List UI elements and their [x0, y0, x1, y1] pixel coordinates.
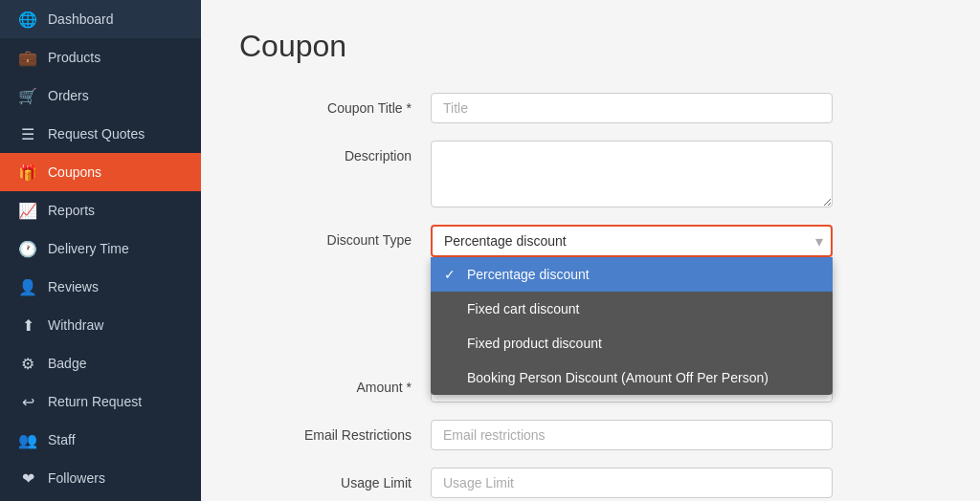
- discount-type-row: Discount Type Percentage discountFixed c…: [239, 225, 942, 257]
- dropdown-item-label: Booking Person Discount (Amount Off Per …: [467, 370, 768, 385]
- coupons-icon: 🎁: [19, 163, 36, 181]
- sidebar-item-label: Request Quotes: [48, 126, 145, 142]
- email-restrictions-row: Email Restrictions: [239, 420, 942, 450]
- sidebar-item-label: Return Request: [48, 394, 142, 409]
- sidebar-item-badge[interactable]: ⚙ Badge: [0, 344, 201, 382]
- orders-icon: 🛒: [19, 87, 36, 104]
- sidebar-item-label: Reviews: [48, 279, 99, 294]
- sidebar-item-booking[interactable]: 📅 Booking: [0, 497, 201, 501]
- reports-icon: 📈: [19, 202, 36, 219]
- select-container: Percentage discountFixed cart discountFi…: [431, 225, 833, 257]
- sidebar-item-reports[interactable]: 📈 Reports: [0, 191, 201, 229]
- sidebar-item-label: Products: [48, 50, 100, 65]
- discount-type-select[interactable]: Percentage discountFixed cart discountFi…: [431, 225, 833, 257]
- withdraw-icon: ⬆: [19, 316, 36, 334]
- sidebar-item-products[interactable]: 💼 Products: [0, 38, 201, 76]
- usage-limit-label: Usage Limit: [239, 468, 431, 490]
- delivery-time-icon: 🕐: [19, 240, 36, 257]
- dropdown-item-fixed-product[interactable]: Fixed product discount: [431, 326, 833, 360]
- page-title: Coupon: [239, 29, 942, 64]
- products-icon: 💼: [19, 49, 36, 66]
- dropdown-item-label: Fixed product discount: [467, 336, 602, 351]
- followers-icon: ❤: [19, 469, 36, 487]
- sidebar-item-reviews[interactable]: 👤 Reviews: [0, 268, 201, 306]
- sidebar-item-label: Reports: [48, 203, 95, 218]
- dropdown-item-percentage[interactable]: ✓ Percentage discount: [431, 257, 833, 292]
- request-quotes-icon: ☰: [19, 125, 36, 142]
- email-restrictions-label: Email Restrictions: [239, 420, 431, 443]
- sidebar-item-delivery-time[interactable]: 🕐 Delivery Time: [0, 229, 201, 268]
- sidebar-item-label: Followers: [48, 470, 105, 486]
- usage-limit-input[interactable]: [431, 468, 833, 498]
- discount-type-label: Discount Type: [239, 225, 431, 248]
- return-request-icon: ↩: [19, 393, 36, 410]
- sidebar-item-label: Dashboard: [48, 11, 114, 27]
- email-restrictions-input[interactable]: [431, 420, 833, 450]
- sidebar-item-request-quotes[interactable]: ☰ Request Quotes: [0, 115, 201, 153]
- checkmark-icon: ✓: [444, 267, 459, 282]
- dropdown-item-fixed-cart[interactable]: Fixed cart discount: [431, 292, 833, 326]
- sidebar-item-dashboard[interactable]: 🌐 Dashboard: [0, 0, 201, 38]
- sidebar-item-label: Withdraw: [48, 317, 103, 333]
- description-row: Description: [239, 141, 942, 207]
- staff-icon: 👥: [19, 431, 36, 448]
- dropdown-item-label: Percentage discount: [467, 267, 590, 282]
- badge-icon: ⚙: [19, 355, 36, 372]
- usage-limit-row: Usage Limit: [239, 468, 942, 498]
- coupon-title-input[interactable]: [431, 93, 833, 123]
- coupon-title-row: Coupon Title *: [239, 93, 942, 123]
- coupon-title-label: Coupon Title *: [239, 93, 431, 116]
- sidebar-item-label: Staff: [48, 432, 76, 447]
- sidebar-item-label: Delivery Time: [48, 241, 129, 256]
- sidebar-item-followers[interactable]: ❤ Followers: [0, 459, 201, 497]
- description-input[interactable]: [431, 141, 833, 207]
- sidebar-item-orders[interactable]: 🛒 Orders: [0, 76, 201, 115]
- discount-type-wrapper: Percentage discountFixed cart discountFi…: [431, 225, 833, 257]
- discount-type-dropdown: ✓ Percentage discount Fixed cart discoun…: [431, 257, 833, 395]
- sidebar-item-label: Badge: [48, 356, 86, 371]
- description-label: Description: [239, 141, 431, 163]
- dashboard-icon: 🌐: [19, 11, 36, 28]
- sidebar-item-label: Orders: [48, 88, 89, 103]
- sidebar: 🌐 Dashboard 💼 Products 🛒 Orders ☰ Reques…: [0, 0, 201, 501]
- main-content: Coupon Coupon Title * Description Discou…: [201, 0, 980, 501]
- sidebar-item-label: Coupons: [48, 164, 101, 180]
- sidebar-item-staff[interactable]: 👥 Staff: [0, 421, 201, 459]
- sidebar-item-coupons[interactable]: 🎁 Coupons: [0, 153, 201, 191]
- reviews-icon: 👤: [19, 278, 36, 295]
- amount-label: Amount *: [239, 372, 431, 395]
- sidebar-item-withdraw[interactable]: ⬆ Withdraw: [0, 306, 201, 344]
- dropdown-item-label: Fixed cart discount: [467, 301, 580, 316]
- dropdown-item-booking-person[interactable]: Booking Person Discount (Amount Off Per …: [431, 360, 833, 395]
- sidebar-item-return-request[interactable]: ↩ Return Request: [0, 382, 201, 421]
